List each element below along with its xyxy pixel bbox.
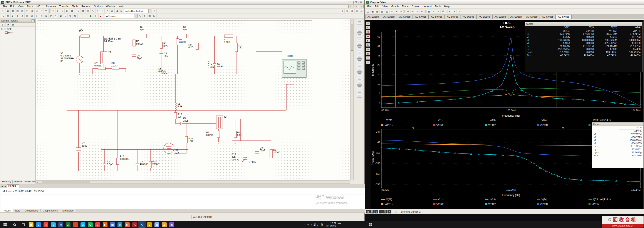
electrical-rules-check-icon[interactable]: ✓ [105, 9, 110, 13]
action-center-icon[interactable] [338, 224, 341, 226]
grapher-tab-2[interactable]: AC Sweep [381, 15, 397, 19]
mdi-restore-button[interactable]: ❐ [354, 5, 358, 8]
print-preview-icon[interactable]: ▥ [385, 9, 389, 13]
spreadsheet-view-icon[interactable]: ▦ [81, 9, 86, 13]
page-properties-icon[interactable]: ▤ [366, 21, 370, 25]
taskbar-app-notepad[interactable]: ▤ [153, 221, 160, 228]
taskbar-app-music[interactable]: ♪ [94, 221, 102, 228]
grapher-tab-4[interactable]: AC Sweep [413, 15, 428, 19]
legend-trace-V(21)[interactable]: V(21) [382, 197, 433, 201]
zoom-out-icon[interactable]: ⊖ [366, 48, 370, 51]
place-connector-icon[interactable]: ⌐ [78, 14, 82, 18]
copy-icon[interactable]: ⊞ [30, 9, 34, 13]
component-R10[interactable]: R100.02Ω [224, 38, 230, 44]
print-icon[interactable]: ▤ [15, 9, 20, 13]
magnifier-icon[interactable]: ◎ [359, 9, 364, 13]
design-toolbox-tab-project-view[interactable]: Project View [23, 180, 36, 184]
zoom-area-icon[interactable]: ⊡ [65, 9, 70, 13]
grapher-view-icon[interactable]: ∿ [95, 9, 100, 13]
zoom-fit-icon[interactable]: ⊠ [420, 9, 424, 13]
component-annotation[interactable]: 27.8% [249, 161, 256, 163]
back-annotate-icon[interactable]: ◀ [114, 9, 119, 13]
print-icon[interactable]: ▤ [380, 9, 384, 13]
menu-view[interactable]: View [16, 5, 25, 8]
component-R3[interactable]: R30.05Ω [136, 40, 143, 45]
legend-probe-V(PR2)[interactable]: V(PR2) [433, 123, 485, 127]
menu-mcu[interactable]: MCU [35, 5, 44, 8]
place-diode-icon[interactable]: ▶ [10, 14, 15, 18]
font-icon[interactable]: A [366, 26, 370, 29]
taskbar-app-labview[interactable]: L [146, 221, 153, 228]
restore-icon[interactable]: ⊠ [366, 52, 370, 55]
cursor-window-1[interactable]: CursorV(21)V(1)V(23)V(24)V(PR1)V(PR2)V(P… [525, 22, 642, 72]
black-white-icon[interactable]: ◐ [447, 9, 452, 13]
component-C5[interactable]: C58pF [140, 26, 144, 31]
save-icon[interactable]: ▦ [375, 9, 380, 13]
cursor-window-2[interactable]: CursorV(23)V(PR3)x187.7267My1-100.7723x2… [592, 122, 644, 168]
component-L3[interactable]: L30.05μH [158, 67, 166, 73]
spectrum-analyzer-icon[interactable] [357, 72, 362, 76]
multimeter-icon[interactable] [357, 20, 362, 24]
forward-annotate-icon[interactable]: ▶ [119, 9, 124, 13]
component-C3[interactable]: C34700pF [140, 160, 148, 166]
menu-help[interactable]: Help [443, 5, 451, 8]
undo-icon[interactable]: ↶ [39, 9, 44, 13]
legend-probe-V(PR1)[interactable]: V(PR1) [382, 202, 433, 206]
wattmeter-icon[interactable] [357, 29, 362, 33]
taskbar-app-photos[interactable]: ▦ [109, 221, 116, 228]
agilent-oscilloscope-icon[interactable] [357, 85, 362, 89]
cursor-right-icon[interactable]: ▶ [366, 39, 370, 42]
legend-trace-V(1)[interactable]: V(1) [433, 197, 485, 201]
cursor2-titlebar[interactable]: Cursor [592, 122, 643, 126]
dt-open-icon[interactable]: ▣ [6, 23, 10, 26]
place-ni-component-icon[interactable]: N [73, 14, 77, 18]
place-cmos-icon[interactable]: ⊔ [30, 14, 34, 18]
place-electromechanical-icon[interactable]: ⚙ [68, 14, 72, 18]
grapher-tab-7[interactable]: AC Sweep [460, 15, 476, 19]
component-XSC1[interactable]: XSC1 [287, 55, 293, 57]
component-C10[interactable]: C1030pFKey=A [232, 153, 239, 161]
place-misc-icon[interactable]: * [54, 14, 58, 18]
legend-trace-V(23)[interactable]: V(23) [485, 197, 537, 201]
ime-item-1[interactable]: M [366, 210, 370, 214]
bode-plotter-icon[interactable] [357, 42, 362, 46]
component-R16[interactable]: R1610Ω [188, 137, 193, 143]
grapher-tab-3[interactable]: AC Sweep [397, 15, 413, 19]
cursors-icon[interactable]: + [436, 9, 440, 13]
blue-trace-icon[interactable]: ∿ [366, 61, 370, 64]
legend-probe-V(PR1)[interactable]: V(PR1) [382, 123, 433, 127]
legend-trace-V(24)[interactable]: V(24) [537, 197, 588, 201]
legend-probe-V(PR3)[interactable]: V(PR3) [485, 123, 537, 127]
taskbar-app-altium[interactable]: A [131, 221, 138, 228]
analysis-combo[interactable]: AC sweep▾ [105, 14, 138, 18]
zoom-in-icon[interactable]: ⊕ [366, 43, 370, 47]
legend-probe-V(PR4)[interactable]: V(PR4) [537, 202, 588, 206]
place-source-icon[interactable]: ∿ [1, 14, 6, 18]
mdi-close-button[interactable]: ✕ [359, 5, 364, 8]
postprocessor2-icon[interactable]: Σ [142, 14, 147, 18]
component-R12[interactable]: R120.02Ω [111, 62, 118, 67]
zoom-out-icon[interactable]: ⊖ [410, 9, 415, 13]
properties-icon[interactable]: ⚙ [441, 9, 445, 13]
component-U1[interactable]: U16J2P [175, 149, 180, 154]
menu-help[interactable]: Help [117, 5, 126, 8]
frequency-counter-icon[interactable] [357, 46, 362, 50]
menu-tools[interactable]: Tools [433, 5, 442, 8]
cut-icon[interactable]: ✂ [390, 9, 394, 13]
legend-trace-V(23)[interactable]: V(23) [485, 118, 537, 122]
component-R14[interactable]: R142000Ω [152, 160, 160, 166]
place-power-icon[interactable]: P [49, 14, 53, 18]
legend-probe-I(PR5)[interactable]: I(PR5) [588, 202, 640, 206]
component-R9[interactable]: R90.2Ω [188, 43, 194, 49]
ime-item-5[interactable]: 简 [383, 210, 387, 214]
component-annotation[interactable]: 抽头电感 1-2 8nH3-4 18nH [104, 37, 122, 43]
place-misc-digital-icon[interactable]: # [34, 14, 39, 18]
tree-collapse-icon[interactable]: - [1, 28, 3, 30]
tree-node-sheet[interactable]: BPF [1, 31, 34, 34]
new-icon[interactable]: ▢ [366, 9, 370, 13]
taskbar-app-excel[interactable]: X [64, 221, 72, 228]
component-L4[interactable]: L450nH [210, 63, 216, 68]
component-C6[interactable]: C657pF [137, 54, 142, 60]
in-use-list-combo[interactable]: --- In-Use List ---▾ [124, 9, 152, 13]
print-preview-icon[interactable]: ▥ [20, 9, 24, 13]
